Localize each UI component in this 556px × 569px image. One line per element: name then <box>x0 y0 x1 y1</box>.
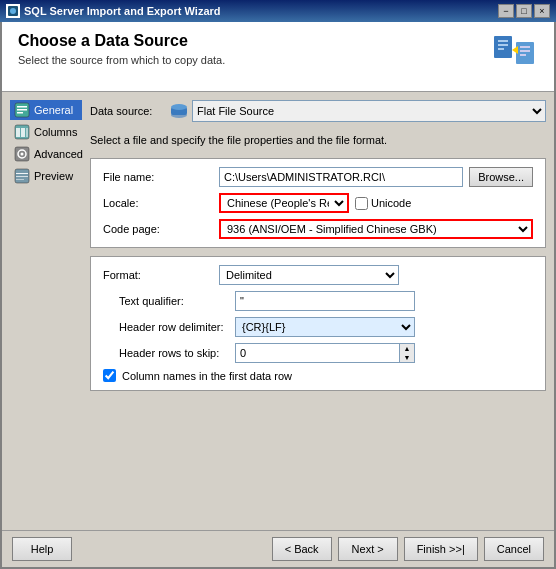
columns-icon <box>14 124 30 140</box>
svg-rect-14 <box>17 112 23 114</box>
filename-input[interactable] <box>219 167 463 187</box>
title-controls: − □ × <box>498 4 550 18</box>
preview-icon <box>14 168 30 184</box>
text-qualifier-row: Text qualifier: <box>103 291 533 311</box>
svg-rect-16 <box>16 128 20 137</box>
spinner-buttons: ▲ ▼ <box>399 343 415 363</box>
header-area: Choose a Data Source Select the source f… <box>2 22 554 92</box>
bottom-right: < Back Next > Finish >>| Cancel <box>272 537 544 561</box>
header-row-delimiter-row: Header row delimiter: {CR}{LF} <box>103 317 533 337</box>
svg-point-28 <box>171 112 187 118</box>
datasource-select[interactable]: Flat File Source <box>192 100 546 122</box>
nav-item-general[interactable]: General <box>10 100 82 120</box>
text-qualifier-input[interactable] <box>235 291 415 311</box>
general-icon <box>14 102 30 118</box>
svg-rect-17 <box>21 128 25 137</box>
svg-point-27 <box>171 104 187 110</box>
unicode-checkbox-row: Unicode <box>355 197 411 210</box>
wizard-icon <box>490 32 538 80</box>
svg-rect-12 <box>17 106 27 108</box>
nav-label-general: General <box>34 104 73 116</box>
svg-rect-9 <box>520 54 526 56</box>
nav-item-advanced[interactable]: Advanced <box>10 144 82 164</box>
filename-label: File name: <box>103 171 213 183</box>
svg-rect-4 <box>498 44 508 46</box>
svg-rect-18 <box>26 128 28 137</box>
filename-row: File name: Browse... <box>103 167 533 187</box>
header-row-delimiter-label: Header row delimiter: <box>119 321 229 333</box>
window-title: SQL Server Import and Export Wizard <box>24 5 221 17</box>
title-bar: SQL Server Import and Export Wizard − □ … <box>0 0 556 22</box>
next-button[interactable]: Next > <box>338 537 398 561</box>
header-row-delimiter-select[interactable]: {CR}{LF} <box>235 317 415 337</box>
browse-button[interactable]: Browse... <box>469 167 533 187</box>
svg-rect-8 <box>520 50 530 52</box>
codepage-row: Code page: 936 (ANSI/OEM - Simplified Ch… <box>103 219 533 239</box>
svg-point-21 <box>21 153 24 156</box>
locale-label: Locale: <box>103 197 213 209</box>
spinner-down-button[interactable]: ▼ <box>400 353 414 362</box>
svg-rect-6 <box>516 42 534 64</box>
spinner-up-button[interactable]: ▲ <box>400 344 414 353</box>
page-title: Choose a Data Source <box>18 32 225 50</box>
nav-item-preview[interactable]: Preview <box>10 166 82 186</box>
instruction-text: Select a file and specify the file prope… <box>90 134 546 146</box>
svg-rect-23 <box>16 173 28 174</box>
header-rows-skip-label: Header rows to skip: <box>119 347 229 359</box>
text-qualifier-label: Text qualifier: <box>119 295 229 307</box>
header-text: Choose a Data Source Select the source f… <box>18 32 225 66</box>
close-button[interactable]: × <box>534 4 550 18</box>
left-nav: General Columns Advanced <box>10 100 82 522</box>
svg-rect-3 <box>498 40 508 42</box>
locale-row: Locale: Chinese (People's Republic Unico… <box>103 193 533 213</box>
format-row: Format: Delimited <box>103 265 533 285</box>
bottom-left: Help <box>12 537 72 561</box>
header-rows-skip-spinner: ▲ ▼ <box>235 343 415 363</box>
svg-rect-25 <box>16 179 24 180</box>
column-names-label: Column names in the first data row <box>122 370 292 382</box>
svg-rect-7 <box>520 46 530 48</box>
content-area: General Columns Advanced <box>2 92 554 530</box>
codepage-select[interactable]: 936 (ANSI/OEM - Simplified Chinese GBK) <box>219 219 533 239</box>
advanced-icon <box>14 146 30 162</box>
header-rows-skip-input[interactable] <box>235 343 399 363</box>
minimize-button[interactable]: − <box>498 4 514 18</box>
format-section: Format: Delimited Text qualifier: Header… <box>90 256 546 391</box>
unicode-label: Unicode <box>371 197 411 209</box>
maximize-button[interactable]: □ <box>516 4 532 18</box>
datasource-label: Data source: <box>90 105 162 117</box>
codepage-label: Code page: <box>103 223 213 235</box>
svg-rect-24 <box>16 176 28 177</box>
svg-point-1 <box>10 8 16 14</box>
datasource-row: Data source: Flat File Source <box>90 100 546 122</box>
main-window: Choose a Data Source Select the source f… <box>0 22 556 569</box>
file-properties-section: File name: Browse... Locale: Chinese (Pe… <box>90 158 546 248</box>
page-subtitle: Select the source from which to copy dat… <box>18 54 225 66</box>
datasource-icon <box>170 102 188 120</box>
header-rows-skip-row: Header rows to skip: ▲ ▼ <box>103 343 533 363</box>
nav-item-columns[interactable]: Columns <box>10 122 82 142</box>
column-names-checkbox[interactable] <box>103 369 116 382</box>
help-button[interactable]: Help <box>12 537 72 561</box>
svg-rect-5 <box>498 48 504 50</box>
title-icon <box>6 4 20 18</box>
svg-rect-13 <box>17 109 27 111</box>
back-button[interactable]: < Back <box>272 537 332 561</box>
format-select[interactable]: Delimited <box>219 265 399 285</box>
nav-label-columns: Columns <box>34 126 77 138</box>
nav-label-advanced: Advanced <box>34 148 83 160</box>
format-label: Format: <box>103 269 213 281</box>
nav-label-preview: Preview <box>34 170 73 182</box>
column-names-row: Column names in the first data row <box>103 369 533 382</box>
bottom-bar: Help < Back Next > Finish >>| Cancel <box>2 530 554 567</box>
cancel-button[interactable]: Cancel <box>484 537 544 561</box>
svg-rect-2 <box>494 36 512 58</box>
right-panel: Data source: Flat File Source Select a f… <box>90 100 546 522</box>
finish-button[interactable]: Finish >>| <box>404 537 478 561</box>
unicode-checkbox[interactable] <box>355 197 368 210</box>
locale-select[interactable]: Chinese (People's Republic <box>219 193 349 213</box>
svg-marker-10 <box>512 46 518 54</box>
